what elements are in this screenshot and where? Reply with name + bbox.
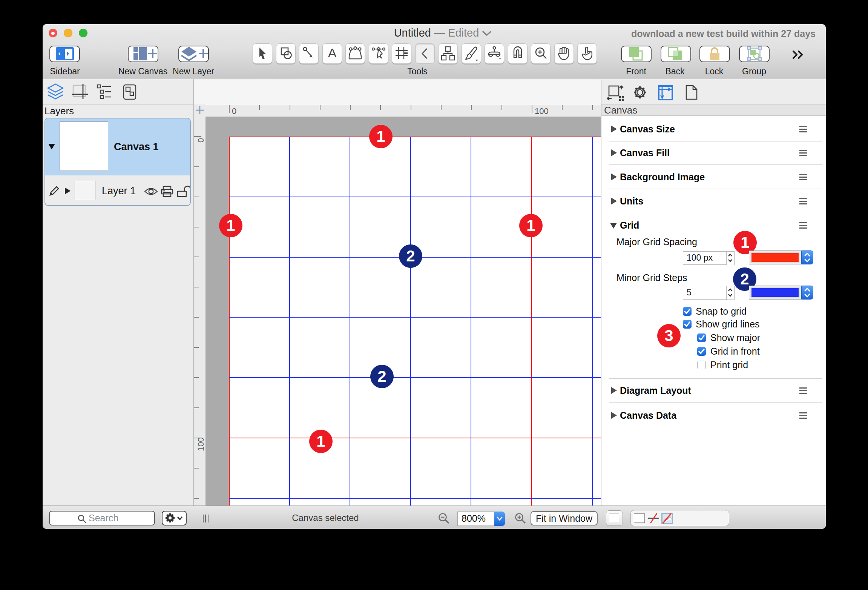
svg-text:A: A [328, 46, 336, 60]
